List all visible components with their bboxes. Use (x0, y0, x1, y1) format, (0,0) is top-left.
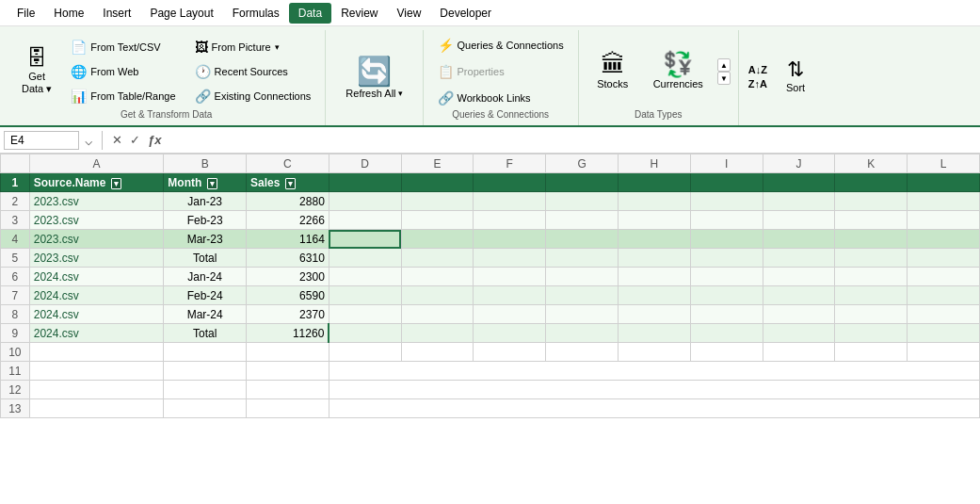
cell-i5[interactable] (690, 249, 763, 268)
cell-c5[interactable]: 6310 (247, 249, 329, 268)
insert-function-icon[interactable]: ƒx (146, 131, 163, 149)
cell-b6[interactable]: Jan-24 (164, 268, 247, 286)
header-e2[interactable] (401, 173, 474, 192)
menu-item-review[interactable]: Review (331, 3, 387, 24)
properties-button[interactable]: 📋 Properties (431, 60, 570, 83)
cell-c8[interactable]: 2370 (247, 305, 329, 324)
header-k2[interactable] (835, 173, 908, 192)
cell-l5[interactable] (908, 249, 980, 268)
cell-j6[interactable] (763, 268, 835, 286)
cell-g6[interactable] (546, 268, 619, 286)
col-header-g[interactable]: G (546, 154, 619, 173)
col-header-c[interactable]: C (247, 154, 329, 173)
cell-b12[interactable] (164, 381, 247, 399)
menu-item-insert[interactable]: Insert (93, 3, 140, 24)
cell-g9[interactable] (546, 324, 619, 343)
col-header-f[interactable]: F (474, 154, 546, 173)
cell-a12[interactable] (29, 381, 164, 399)
cell-h2[interactable] (618, 192, 690, 211)
cell-a6[interactable]: 2024.csv (29, 268, 164, 286)
cell-i8[interactable] (690, 305, 763, 324)
cell-g8[interactable] (546, 305, 619, 324)
cell-j4[interactable] (763, 230, 835, 249)
col-header-i[interactable]: I (690, 154, 763, 173)
cell-i3[interactable] (690, 211, 763, 230)
cell-a3[interactable]: 2023.csv (29, 211, 164, 230)
formula-input[interactable] (167, 132, 976, 149)
cell-c3[interactable]: 2266 (247, 211, 329, 230)
menu-item-formulas[interactable]: Formulas (223, 3, 289, 24)
cell-k8[interactable] (835, 305, 908, 324)
cell-l8[interactable] (908, 305, 980, 324)
cell-rest-12[interactable] (329, 381, 979, 399)
cell-e8[interactable] (401, 305, 474, 324)
cell-rest-11[interactable] (329, 362, 979, 381)
recent-sources-button[interactable]: 🕐 Recent Sources (188, 60, 318, 83)
col-header-b[interactable]: B (164, 154, 247, 173)
menu-item-home[interactable]: Home (44, 3, 93, 24)
cell-j9[interactable] (763, 324, 835, 343)
header-f2[interactable] (474, 173, 546, 192)
cell-f6[interactable] (474, 268, 546, 286)
cell-c13[interactable] (247, 399, 329, 418)
cell-d8[interactable] (329, 305, 401, 324)
menu-item-view[interactable]: View (388, 3, 431, 24)
cell-h10[interactable] (618, 343, 690, 362)
cell-c2[interactable]: 2880 (247, 192, 329, 211)
from-text-csv-button[interactable]: 📄 From Text/CSV (64, 36, 182, 58)
cell-f10[interactable] (474, 343, 546, 362)
cell-g5[interactable] (546, 249, 619, 268)
cell-g2[interactable] (546, 192, 619, 211)
cell-l7[interactable] (908, 286, 980, 305)
cell-e10[interactable] (401, 343, 474, 362)
col-header-h[interactable]: H (618, 154, 690, 173)
cell-l6[interactable] (908, 268, 980, 286)
cell-h4[interactable] (618, 230, 690, 249)
cell-a10[interactable] (29, 343, 164, 362)
col-header-d[interactable]: D (329, 154, 401, 173)
cell-j10[interactable] (763, 343, 835, 362)
cell-a9[interactable]: 2024.csv (29, 324, 164, 343)
header-cell-sales[interactable]: Sales ▾ (247, 173, 329, 192)
workbook-links-button[interactable]: 🔗 Workbook Links (431, 87, 570, 109)
cell-a13[interactable] (29, 399, 164, 418)
cell-l3[interactable] (908, 211, 980, 230)
name-box-dropdown[interactable]: ⌵ (83, 133, 94, 148)
cell-e3[interactable] (401, 211, 474, 230)
cell-b8[interactable]: Mar-24 (164, 305, 247, 324)
cell-k4[interactable] (835, 230, 908, 249)
cell-h7[interactable] (618, 286, 690, 305)
header-d2[interactable] (329, 173, 401, 192)
cell-g7[interactable] (546, 286, 619, 305)
confirm-formula-icon[interactable]: ✓ (128, 131, 142, 149)
from-web-button[interactable]: 🌐 From Web (64, 60, 182, 83)
cell-f8[interactable] (474, 305, 546, 324)
cell-d9[interactable] (329, 324, 401, 343)
cell-f2[interactable] (474, 192, 546, 211)
cell-e7[interactable] (401, 286, 474, 305)
cell-l10[interactable] (908, 343, 980, 362)
cell-a5[interactable]: 2023.csv (29, 249, 164, 268)
cell-e2[interactable] (401, 192, 474, 211)
header-cell-source[interactable]: Source.Name ▾ (29, 173, 164, 192)
cell-f5[interactable] (474, 249, 546, 268)
cell-d5[interactable] (329, 249, 401, 268)
scroll-down-button[interactable]: ▼ (717, 72, 731, 85)
source-filter-icon[interactable]: ▾ (111, 178, 121, 189)
cell-j8[interactable] (763, 305, 835, 324)
queries-connections-button[interactable]: ⚡ Queries & Connections (431, 34, 570, 57)
cell-h5[interactable] (618, 249, 690, 268)
from-table-button[interactable]: 📊 From Table/Range (64, 85, 182, 107)
header-j2[interactable] (763, 173, 835, 192)
cell-e4-selected[interactable] (329, 230, 401, 249)
cell-i7[interactable] (690, 286, 763, 305)
cell-c9[interactable]: 11260 (247, 324, 329, 343)
spreadsheet-container[interactable]: A B C D E F G H I J K L 1 Source.Name ▾ (0, 154, 980, 504)
cell-k9[interactable] (835, 324, 908, 343)
cancel-formula-icon[interactable]: ✕ (110, 131, 124, 149)
cell-l2[interactable] (908, 192, 980, 211)
cell-j2[interactable] (763, 192, 835, 211)
get-data-button[interactable]: 🗄 Get Data ▾ (15, 43, 58, 100)
cell-b10[interactable] (164, 343, 247, 362)
from-picture-button[interactable]: 🖼 From Picture ▾ (188, 36, 318, 58)
